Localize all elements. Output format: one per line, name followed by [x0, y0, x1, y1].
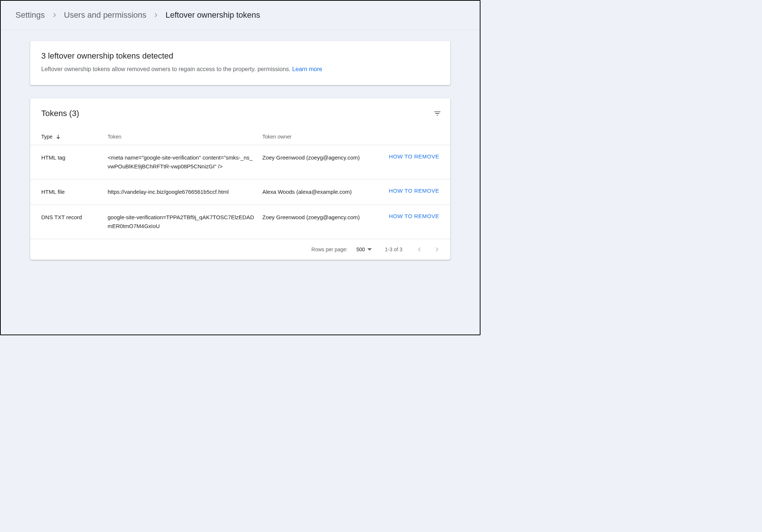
table-row: HTML tag<meta name="google-site-verifica… [30, 145, 450, 179]
app-frame: Settings Users and permissions Leftover … [0, 0, 480, 335]
column-header-owner[interactable]: Token owner [262, 134, 380, 140]
cell-token: <meta name="google-site-verification" co… [108, 153, 262, 171]
breadcrumb-users-permissions[interactable]: Users and permissions [64, 10, 147, 20]
pagination-range: 1-3 of 3 [385, 246, 402, 252]
rows-per-page-label: Rows per page: [311, 246, 347, 252]
notice-body: Leftover ownership tokens allow removed … [41, 64, 439, 74]
cell-owner: Zoey Greenwood (zoeyg@agency.com) [262, 213, 380, 222]
content-area: 3 leftover ownership tokens detected Lef… [1, 30, 480, 335]
notice-body-text: Leftover ownership tokens allow removed … [41, 66, 292, 72]
cell-token: google-site-verification=TPPA2TBf9j_qAK7… [108, 213, 262, 231]
prev-page-button[interactable] [416, 246, 423, 253]
arrow-down-icon [55, 134, 61, 140]
rows-per-page: Rows per page: 500 [311, 246, 371, 252]
breadcrumb-settings[interactable]: Settings [15, 10, 45, 20]
notice-card: 3 leftover ownership tokens detected Lef… [30, 41, 450, 85]
rows-per-page-select[interactable]: 500 [356, 246, 371, 252]
table-footer: Rows per page: 500 1-3 of 3 [30, 239, 450, 260]
chevron-left-icon [416, 246, 423, 253]
table-column-headers: Type Token Token owner [30, 129, 450, 145]
how-to-remove-button[interactable]: HOW TO REMOVE [389, 213, 439, 219]
breadcrumb: Settings Users and permissions Leftover … [1, 1, 480, 30]
learn-more-link[interactable]: Learn more [292, 66, 322, 72]
pagination-nav [416, 246, 441, 253]
cell-token: https://vandelay-inc.biz/google6766561b5… [108, 188, 262, 196]
rows-per-page-value: 500 [356, 246, 365, 252]
table-row: DNS TXT recordgoogle-site-verification=T… [30, 205, 450, 239]
breadcrumb-current: Leftover ownership tokens [165, 10, 260, 20]
chevron-right-icon [433, 246, 441, 253]
cell-owner: Alexa Woods (alexa@example.com) [262, 188, 380, 196]
how-to-remove-button[interactable]: HOW TO REMOVE [389, 188, 439, 194]
chevron-right-icon [152, 11, 160, 19]
column-header-type-label: Type [41, 134, 52, 140]
table-header: Tokens (3) [30, 98, 450, 129]
cell-owner: Zoey Greenwood (zoeyg@agency.com) [262, 153, 380, 162]
table-title: Tokens (3) [41, 109, 79, 118]
cell-type: DNS TXT record [41, 213, 108, 222]
table-body: HTML tag<meta name="google-site-verifica… [30, 145, 450, 239]
table-row: HTML filehttps://vandelay-inc.biz/google… [30, 179, 450, 205]
column-header-type[interactable]: Type [41, 134, 108, 140]
notice-title: 3 leftover ownership tokens detected [41, 51, 439, 61]
column-header-token[interactable]: Token [108, 134, 262, 140]
next-page-button[interactable] [433, 246, 441, 253]
dropdown-icon [367, 247, 372, 252]
how-to-remove-button[interactable]: HOW TO REMOVE [389, 153, 439, 160]
cell-type: HTML tag [41, 153, 108, 162]
chevron-right-icon [51, 11, 58, 19]
filter-list-icon[interactable] [433, 109, 441, 118]
tokens-table-card: Tokens (3) Type Token Token owner HTML t… [30, 98, 450, 260]
cell-type: HTML file [41, 188, 108, 196]
